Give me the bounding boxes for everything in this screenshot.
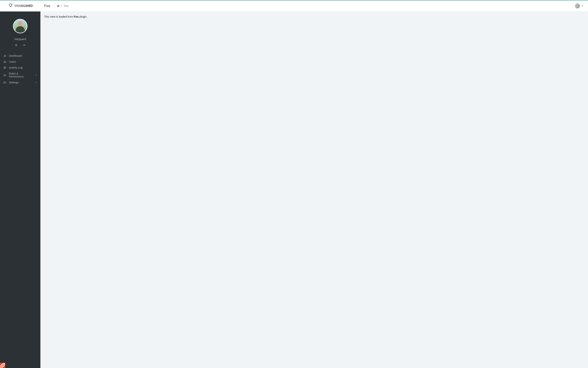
brand-text: VANGUARD	[14, 4, 33, 8]
sidebar: Vanguard Dashboard	[0, 11, 40, 368]
logout-icon	[23, 44, 26, 46]
sidebar-item-label: Activity Log	[9, 66, 37, 69]
sidebar-item-roles-permissions[interactable]: Roles & Permissions ▼	[0, 71, 40, 80]
gear-icon	[15, 44, 18, 46]
shield-logo-icon	[8, 3, 13, 9]
sidebar-item-label: Settings	[9, 81, 33, 84]
breadcrumb-separator: /	[61, 4, 62, 7]
sidebar-username: Vanguard	[14, 37, 26, 41]
sidebar-item-label: Users	[9, 60, 37, 63]
brand-logo[interactable]: VANGUARD	[0, 3, 40, 9]
sidebar-item-settings[interactable]: Settings ▼	[0, 80, 40, 85]
sidebar-nav: Dashboard Users Activity Log Roles & Per…	[0, 53, 40, 85]
home-icon	[57, 5, 59, 7]
home-icon	[3, 55, 6, 57]
sidebar-item-users[interactable]: Users	[0, 59, 40, 65]
users-icon	[3, 61, 6, 63]
user-menu[interactable]: ▼	[575, 3, 584, 9]
page-title: Foo	[40, 4, 54, 8]
profile-settings-link[interactable]	[15, 44, 18, 46]
header: VANGUARD Foo / Foo ▼	[0, 0, 588, 11]
corner-badge[interactable]	[0, 363, 5, 368]
users-cog-icon	[3, 74, 6, 76]
breadcrumb-home-link[interactable]	[57, 5, 59, 7]
avatar	[575, 3, 580, 9]
cogs-icon	[3, 81, 6, 84]
caret-down-icon: ▼	[35, 82, 37, 83]
main-content: This view is loaded from Foo plugin.	[40, 11, 588, 368]
plugin-message: This view is loaded from Foo plugin.	[44, 15, 584, 18]
sidebar-avatar[interactable]	[13, 19, 28, 33]
caret-down-icon: ▼	[35, 74, 37, 76]
sidebar-item-label: Roles & Permissions	[9, 72, 33, 78]
sidebar-item-label: Dashboard	[9, 54, 37, 57]
breadcrumb-current: Foo	[64, 4, 68, 7]
server-icon	[3, 66, 6, 69]
caret-down-icon: ▼	[581, 5, 583, 7]
sidebar-item-activity-log[interactable]: Activity Log	[0, 65, 40, 71]
breadcrumb: / Foo	[54, 4, 71, 7]
sidebar-item-dashboard[interactable]: Dashboard	[0, 53, 40, 59]
logout-link[interactable]	[23, 44, 26, 46]
sidebar-profile: Vanguard	[0, 19, 40, 53]
